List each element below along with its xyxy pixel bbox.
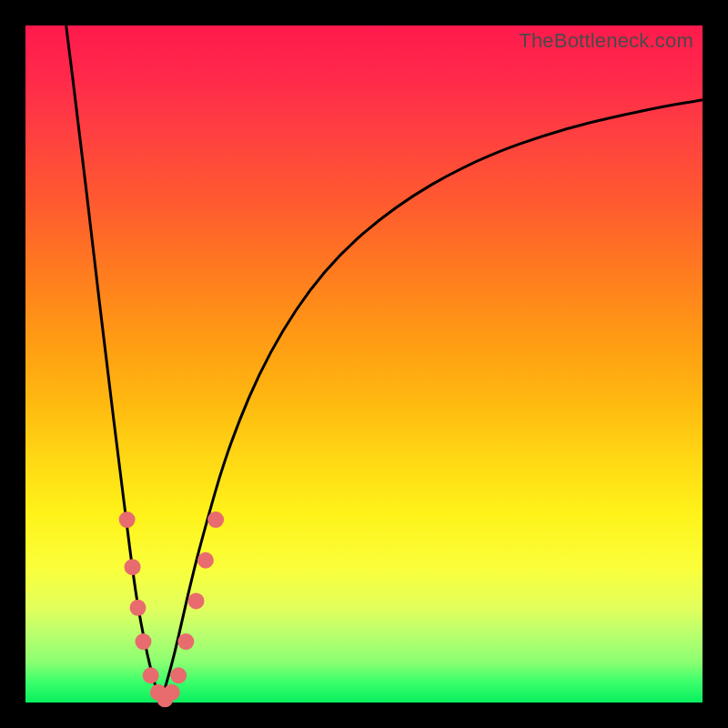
marker-dot xyxy=(177,633,194,650)
marker-dot xyxy=(119,511,136,528)
marker-dot xyxy=(197,552,214,569)
marker-dot xyxy=(164,684,180,701)
marker-dot xyxy=(130,600,147,616)
right-curve xyxy=(161,100,703,703)
marker-dot xyxy=(207,511,224,528)
curves-svg xyxy=(25,25,703,703)
marker-dot xyxy=(170,667,187,683)
highlighted-markers xyxy=(119,511,224,707)
chart-frame: TheBottleneck.com xyxy=(0,0,728,728)
left-curve xyxy=(66,25,161,703)
plot-area: TheBottleneck.com xyxy=(25,25,703,703)
marker-dot xyxy=(187,592,204,609)
marker-dot xyxy=(135,633,151,650)
marker-dot xyxy=(143,667,159,683)
marker-dot xyxy=(125,559,141,575)
